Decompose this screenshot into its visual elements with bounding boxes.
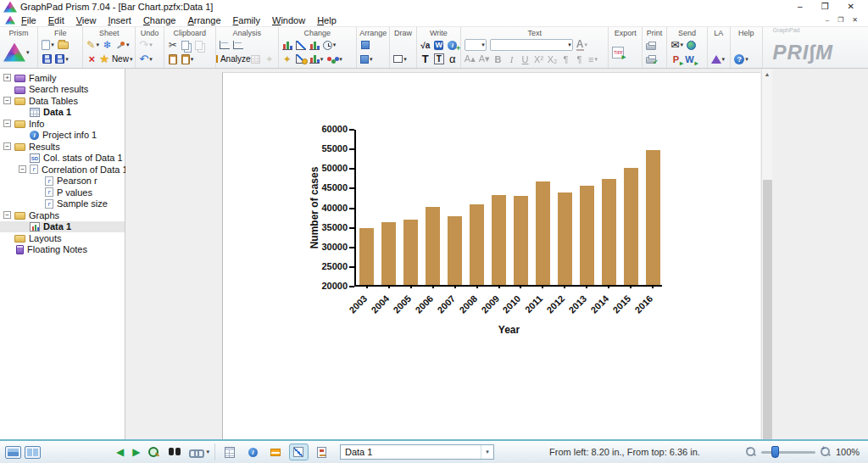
goto-layouts-button[interactable] xyxy=(312,443,331,460)
color-scheme-button[interactable]: ▾ xyxy=(326,53,343,66)
change-graph-button[interactable]: ▾ xyxy=(309,53,325,66)
arrange-objects-button[interactable]: ▾ xyxy=(359,53,374,66)
tree-item-floating-notes[interactable]: Floating Notes xyxy=(0,244,125,256)
font-name-combo[interactable]: ▾ xyxy=(489,38,574,52)
send-web-button[interactable] xyxy=(686,38,698,52)
insert-equation-button[interactable]: √a xyxy=(420,38,431,52)
menu-help[interactable]: Help xyxy=(311,15,342,25)
menu-change[interactable]: Change xyxy=(137,15,182,25)
collapse-icon[interactable]: − xyxy=(19,165,26,173)
bar-2010[interactable] xyxy=(514,196,528,285)
goto-results-button[interactable] xyxy=(266,443,286,460)
bar-2008[interactable] xyxy=(470,204,484,285)
scrollbar-thumb[interactable] xyxy=(763,180,772,439)
link-chain-icon[interactable] xyxy=(189,449,201,455)
ttest-shortcut-button[interactable] xyxy=(219,38,231,52)
menu-window[interactable]: Window xyxy=(266,15,311,25)
collapse-icon[interactable]: − xyxy=(3,97,11,104)
new-sheet-button[interactable]: ★New▾ xyxy=(99,53,132,66)
delete-sheet-button[interactable]: × xyxy=(86,53,97,66)
text-tool-button[interactable]: T xyxy=(420,53,431,66)
export-image-button[interactable]: TIFF xyxy=(611,46,625,59)
italic-button[interactable]: I xyxy=(506,53,518,66)
font-color-button[interactable]: A▾ xyxy=(576,38,588,52)
save-button[interactable] xyxy=(41,53,53,66)
draw-shape-button[interactable]: ▾ xyxy=(392,53,408,66)
print-preview-button[interactable] xyxy=(645,53,657,66)
cut-button[interactable]: ✂ xyxy=(167,38,179,52)
tree-item-family[interactable]: +Family xyxy=(0,72,125,84)
goto-graphs-button[interactable] xyxy=(289,443,309,460)
menu-arrange[interactable]: Arrange xyxy=(181,15,226,25)
paste-ghost-button[interactable] xyxy=(194,38,206,52)
zoom-slider-thumb[interactable] xyxy=(771,446,779,458)
graph-page[interactable]: Number of cases Year 2000025000300003500… xyxy=(222,72,760,439)
add-info-note-button[interactable]: i xyxy=(447,38,459,52)
edit-sheet-button[interactable]: ✎▾ xyxy=(86,38,100,52)
paste-button[interactable] xyxy=(167,53,179,66)
greek-letter-button[interactable]: α xyxy=(447,53,459,66)
bar-2003[interactable] xyxy=(359,228,374,285)
tree-item-correlation-of-data-1[interactable]: −rCorrelation of Data 1 xyxy=(0,164,125,176)
bring-forward-button[interactable] xyxy=(359,38,371,52)
freeze-sheet-button[interactable]: ❄ xyxy=(102,38,114,52)
menu-edit[interactable]: Edit xyxy=(42,15,70,25)
paste-special-button[interactable]: ▾ xyxy=(181,53,195,66)
bar-2013[interactable] xyxy=(580,186,594,285)
tree-item-p-values[interactable]: rP values xyxy=(0,187,125,198)
decrease-font-button[interactable]: A▾ xyxy=(478,53,491,66)
underline-button[interactable]: U xyxy=(520,53,531,66)
tree-item-info[interactable]: −Info xyxy=(0,118,125,130)
save-as-button[interactable]: ▾ xyxy=(54,53,70,66)
text-box-button[interactable]: T xyxy=(433,53,445,66)
vertical-scrollbar[interactable]: ▲ xyxy=(761,69,772,439)
undo-button[interactable]: ↶▾ xyxy=(138,53,153,66)
contingency-button[interactable] xyxy=(250,53,262,66)
labarchives-button[interactable]: ▾ xyxy=(710,53,726,66)
paragraph-button[interactable]: ¶ xyxy=(560,53,572,66)
child-minimize-button[interactable]: – xyxy=(826,16,829,24)
menu-insert[interactable]: Insert xyxy=(102,15,137,25)
forward-button[interactable]: ▶ xyxy=(130,446,142,458)
bar-2007[interactable] xyxy=(448,216,462,285)
tree-item-data-tables[interactable]: −Data Tables xyxy=(0,95,125,107)
tree-item-layouts[interactable]: Layouts xyxy=(0,232,125,244)
menu-file[interactable]: File xyxy=(15,15,42,25)
align-button[interactable]: ≡▾ xyxy=(587,53,599,66)
open-file-button[interactable] xyxy=(57,38,70,52)
zoom-out-icon[interactable]: − xyxy=(746,447,756,457)
scroll-up-icon[interactable]: ▲ xyxy=(762,69,772,81)
link-caret-icon[interactable]: ▾ xyxy=(206,449,209,455)
increase-font-button[interactable]: A▴ xyxy=(464,53,476,66)
print-button[interactable] xyxy=(645,38,657,52)
send-word-button[interactable]: W xyxy=(683,53,695,66)
collapse-icon[interactable]: − xyxy=(3,120,11,127)
analyze-button[interactable]: Analyze xyxy=(219,53,248,66)
rotate-graph-button[interactable]: ▾ xyxy=(322,38,337,52)
minimize-button[interactable]: – xyxy=(798,1,803,13)
bar-2009[interactable] xyxy=(492,195,506,285)
bar-2006[interactable] xyxy=(426,207,440,285)
redo-button[interactable]: ↷▾ xyxy=(138,38,153,52)
menu-view[interactable]: View xyxy=(70,15,103,25)
new-file-button[interactable]: ▾ xyxy=(41,38,55,52)
superscript-button[interactable]: X² xyxy=(533,53,545,66)
bar-2014[interactable] xyxy=(602,179,616,285)
pin-sheet-button[interactable]: ▾ xyxy=(115,38,131,52)
magic-wand-button[interactable]: ✦ xyxy=(281,53,293,66)
goto-data-table-button[interactable] xyxy=(220,443,240,460)
child-restore-button[interactable]: ❐ xyxy=(837,16,843,24)
child-close-button[interactable]: ✕ xyxy=(852,16,858,24)
tree-item-search-results[interactable]: Search results xyxy=(0,84,125,96)
tree-item-data-1[interactable]: Data 1 xyxy=(0,221,125,233)
tree-item-data-1[interactable]: Data 1 xyxy=(0,107,125,119)
goto-info-button[interactable]: i xyxy=(243,443,263,460)
collapse-icon[interactable]: − xyxy=(3,211,11,219)
send-powerpoint-button[interactable]: P xyxy=(670,53,682,66)
find-icon[interactable] xyxy=(169,448,181,456)
send-email-button[interactable]: ✉▾ xyxy=(670,38,684,52)
restore-button[interactable]: ❐ xyxy=(821,1,829,13)
font-size-combo[interactable]: ▾ xyxy=(464,38,487,52)
gallery-view-button[interactable] xyxy=(25,446,41,459)
close-button[interactable]: ✕ xyxy=(848,1,854,13)
